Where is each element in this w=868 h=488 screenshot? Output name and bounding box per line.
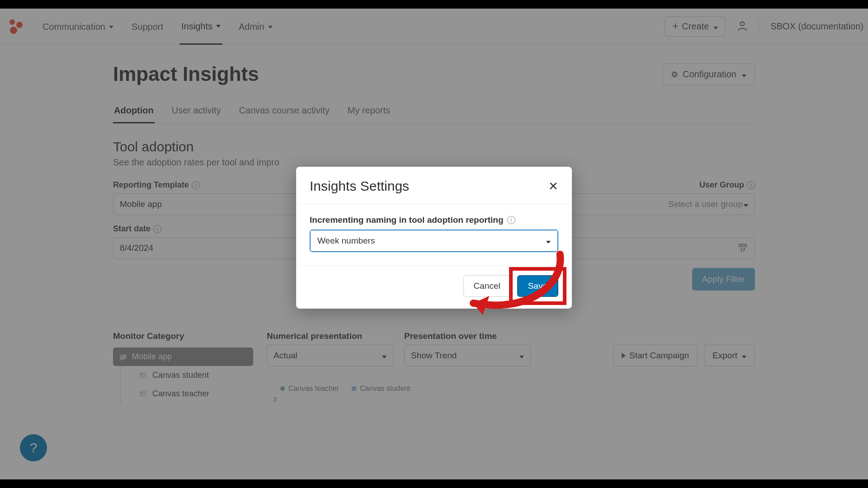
select-value: Week numbers bbox=[317, 236, 375, 246]
close-icon[interactable]: ✕ bbox=[548, 180, 558, 192]
cancel-button[interactable]: Cancel bbox=[463, 275, 511, 297]
modal-body: Incrementing naming in tool adoption rep… bbox=[296, 204, 572, 266]
incrementing-naming-select[interactable]: Week numbers bbox=[310, 230, 558, 252]
modal-footer: Cancel Save bbox=[296, 266, 572, 309]
save-button-highlight: Save bbox=[509, 267, 566, 305]
modal-header: Insights Settings ✕ bbox=[296, 167, 572, 204]
save-button[interactable]: Save bbox=[517, 275, 558, 297]
info-icon[interactable] bbox=[507, 216, 515, 224]
insights-settings-modal: Insights Settings ✕ Incrementing naming … bbox=[296, 167, 572, 309]
chevron-down-icon bbox=[545, 236, 551, 246]
modal-title: Insights Settings bbox=[310, 178, 409, 194]
modal-field-label: Incrementing naming in tool adoption rep… bbox=[310, 215, 504, 225]
